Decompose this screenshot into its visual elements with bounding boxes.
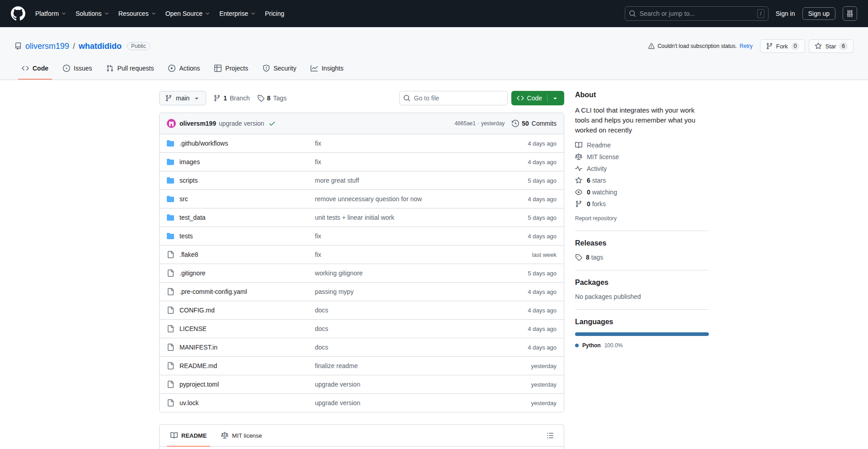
tab-projects[interactable]: Projects — [207, 59, 255, 80]
commit-message-link[interactable]: unit tests + linear initial work — [315, 214, 394, 221]
menu-item-solutions[interactable]: Solutions — [75, 10, 109, 17]
go-to-file-input[interactable]: Go to file — [399, 91, 508, 105]
about-item-mit-license[interactable]: MIT license — [575, 151, 709, 163]
file-name-link[interactable]: test_data — [179, 214, 206, 221]
commit-message-link[interactable]: upgrade version — [315, 381, 360, 388]
file-name-link[interactable]: scripts — [179, 177, 198, 184]
commit-message-link[interactable]: fix — [315, 158, 321, 165]
commit-message-link[interactable]: docs — [315, 307, 329, 314]
commit-message-link[interactable]: fix — [315, 251, 321, 258]
about-item-readme[interactable]: Readme — [575, 139, 709, 151]
avatar[interactable] — [167, 119, 176, 128]
tab-mit-license[interactable]: MIT license — [214, 425, 269, 446]
file-name-link[interactable]: images — [179, 158, 200, 165]
tab-label: Security — [274, 65, 297, 72]
code-dropdown-button[interactable]: Code — [511, 91, 564, 105]
file-name-link[interactable]: .gitignore — [179, 269, 206, 277]
commit-message-link[interactable]: remove unnecessary question for now — [315, 195, 422, 203]
menu-item-label: Platform — [35, 10, 59, 17]
commit-message-link[interactable]: more great stuff — [315, 177, 359, 184]
report-repository-link[interactable]: Report repository — [575, 215, 617, 222]
sign-up-button[interactable]: Sign up — [802, 7, 835, 20]
file-name-link[interactable]: src — [179, 195, 188, 203]
search-input[interactable]: Search or jump to... / — [625, 6, 769, 21]
tab-label: Insights — [321, 65, 343, 72]
tab-pull-requests[interactable]: Pull requests — [99, 59, 161, 80]
commit-message-link[interactable]: docs — [315, 325, 329, 332]
commit-sha-link[interactable]: 4865ae1 · yesterday — [454, 120, 505, 127]
file-icon — [167, 362, 174, 369]
menu-item-label: Enterprise — [219, 10, 248, 17]
file-name-link[interactable]: MANIFEST.in — [179, 344, 217, 351]
tab-security[interactable]: Security — [255, 59, 304, 80]
tags-count-link[interactable]: 8 tags — [575, 254, 709, 261]
commit-message-link[interactable]: working gitignore — [315, 269, 363, 277]
about-item-activity[interactable]: Activity — [575, 163, 709, 175]
commits-count: 50 — [522, 120, 529, 127]
star-button[interactable]: Star 6 — [809, 39, 854, 53]
about-item-forks[interactable]: 0 forks — [575, 198, 709, 210]
file-name-link[interactable]: .github/workflows — [179, 140, 228, 147]
about-item-watching[interactable]: 0 watching — [575, 186, 709, 198]
appearance-settings-button[interactable] — [843, 6, 857, 21]
fork-button[interactable]: Fork 0 — [760, 39, 806, 53]
file-name-link[interactable]: CONFIG.md — [179, 307, 215, 314]
slash-shortcut-key: / — [757, 9, 764, 18]
commit-message-link[interactable]: fix — [315, 140, 321, 147]
github-logo[interactable] — [11, 6, 25, 21]
menu-item-pricing[interactable]: Pricing — [265, 10, 284, 17]
file-name-link[interactable]: pyproject.toml — [179, 381, 219, 388]
tab-issues[interactable]: Issues — [56, 59, 99, 80]
top-nav-right: Search or jump to... / Sign in Sign up — [625, 6, 857, 21]
commit-message-link[interactable]: passing mypy — [315, 288, 354, 295]
commits-label: Commits — [532, 120, 557, 127]
language-percent: 100.0% — [604, 342, 623, 349]
tab-code[interactable]: Code — [14, 59, 56, 80]
pulse-icon — [575, 165, 582, 172]
tab-actions[interactable]: Actions — [161, 59, 207, 80]
eye-icon — [575, 189, 582, 196]
tab-insights[interactable]: Insights — [303, 59, 350, 80]
language-item[interactable]: Python 100.0% — [575, 342, 709, 349]
about-item-stars[interactable]: 6 stars — [575, 175, 709, 186]
repo-header-actions: Couldn't load subscription status. Retry… — [648, 39, 854, 53]
file-name-link[interactable]: .pre-commit-config.yaml — [179, 288, 247, 295]
commit-history-link[interactable]: 50 Commits — [512, 120, 557, 127]
branch-selector[interactable]: main — [159, 91, 206, 105]
outline-button[interactable] — [544, 429, 557, 442]
releases-tags-count: 8 — [586, 254, 590, 261]
git-branch-icon — [165, 95, 172, 102]
file-icon — [167, 325, 174, 332]
sign-in-link[interactable]: Sign in — [776, 10, 795, 17]
table-row: .gitignore working gitignore 5 days ago — [160, 264, 564, 282]
search-placeholder: Search or jump to... — [640, 10, 754, 17]
code-icon — [517, 95, 524, 102]
commit-message-link[interactable]: fix — [315, 232, 321, 240]
commit-message-link[interactable]: upgrade version — [315, 399, 360, 406]
file-name-link[interactable]: uv.lock — [179, 399, 199, 406]
repo-owner-link[interactable]: oliversm199 — [25, 42, 69, 51]
check-icon[interactable] — [269, 120, 276, 127]
language-bar — [575, 332, 709, 336]
branches-link[interactable]: 1 Branch — [213, 95, 250, 102]
menu-item-resources[interactable]: Resources — [118, 10, 156, 17]
menu-item-open-source[interactable]: Open Source — [165, 10, 211, 17]
menu-item-enterprise[interactable]: Enterprise — [219, 10, 256, 17]
file-name-link[interactable]: LICENSE — [179, 325, 207, 332]
chevron-down-icon — [250, 11, 256, 16]
file-icon — [167, 269, 174, 277]
tab-readme[interactable]: README — [163, 425, 214, 446]
tags-link[interactable]: 8 Tags — [257, 95, 287, 102]
file-name-link[interactable]: tests — [179, 232, 193, 240]
retry-link[interactable]: Retry — [740, 43, 753, 49]
commit-author-link[interactable]: oliversm199 — [179, 120, 216, 127]
repo-name-link[interactable]: whatdidido — [79, 42, 122, 51]
breadcrumb: oliversm199 / whatdidido Public — [14, 42, 150, 51]
commit-message-link[interactable]: finalize readme — [315, 362, 358, 369]
file-date: 4 days ago — [484, 326, 557, 332]
commit-message-link[interactable]: docs — [315, 344, 329, 351]
menu-item-platform[interactable]: Platform — [35, 10, 66, 17]
commit-message-link[interactable]: upgrade version — [219, 120, 264, 127]
file-name-link[interactable]: .flake8 — [179, 251, 198, 258]
file-name-link[interactable]: README.md — [179, 362, 217, 369]
